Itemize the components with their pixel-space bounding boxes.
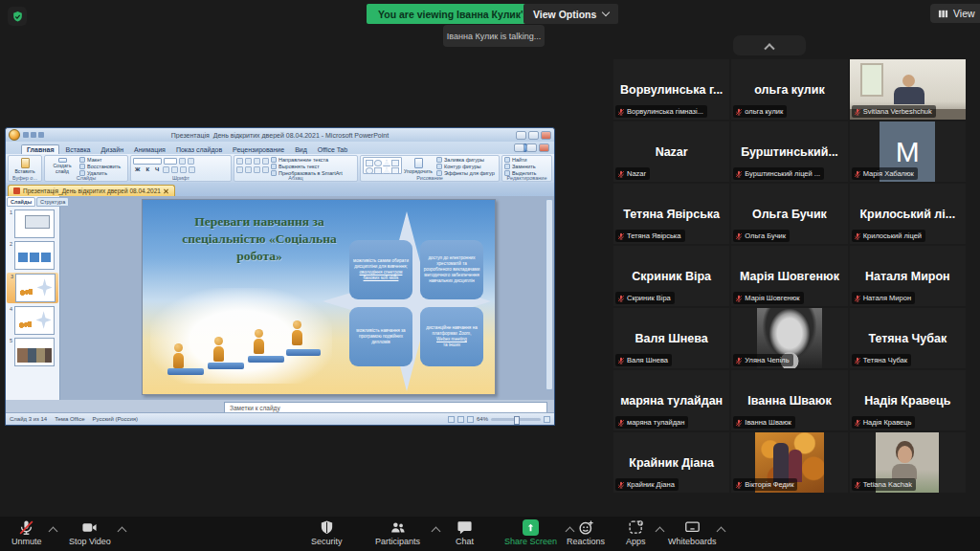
stop-video-button[interactable]: Stop Video [69,519,111,546]
participant-tile[interactable]: маряна тулайданмаряна тулайдан [613,370,729,430]
indent-decrease-icon[interactable] [254,158,260,165]
tab-view[interactable]: Вид [290,145,312,154]
maximize-button[interactable] [528,131,539,140]
office-button[interactable] [9,129,20,141]
gallery-collapse-button[interactable] [733,35,806,55]
font-size-combo[interactable] [164,158,177,165]
participant-tile[interactable]: MМарія Хабалюк [850,121,966,182]
zoom-slider[interactable] [491,418,541,421]
participant-tile[interactable]: Svitlana Verbeshchuk [850,59,966,120]
slide-thumbnail-5[interactable]: 5 [7,338,58,366]
slide-thumbnail-1[interactable]: 1 [7,209,58,238]
shape-outline-button[interactable]: Контур фигуры [436,164,495,169]
quick-access-toolbar[interactable] [23,132,44,138]
participant-tile[interactable]: Тетяна ЧубакТетяна Чубак [850,308,966,368]
participant-tile[interactable]: Тетяна ЯвірськаТетяна Явірська [613,184,729,244]
undo-icon[interactable] [31,132,36,138]
normal-view-icon[interactable] [448,416,455,423]
security-button[interactable]: Security [311,519,343,546]
tab-home[interactable]: Главная [21,144,59,154]
align-center-icon[interactable] [245,166,252,173]
close-button[interactable] [541,131,551,140]
paste-button[interactable]: Вставить [11,157,39,175]
bullets-icon[interactable] [236,158,243,165]
participant-tile[interactable]: Іванна ШваюкІванна Шваюк [731,370,847,430]
current-slide[interactable]: Переваги навчання за спеціальністю «Соці… [142,199,496,395]
slide-thumbnail-3-selected[interactable]: 3 [7,273,58,303]
participant-tile[interactable]: Скриник ВіраСкриник Віра [613,246,729,306]
shadow-icon[interactable] [171,166,178,173]
reactions-button[interactable]: Reactions [567,519,605,546]
panel-tab-slides[interactable]: Слайды [7,197,35,207]
underline-button[interactable]: Ч [153,165,161,173]
justify-icon[interactable] [262,166,269,173]
font-name-combo[interactable] [133,158,162,165]
participant-tile[interactable]: Крайник ДіанаКрайник Діана [613,432,729,493]
participant-tile[interactable]: Вікторія Федик [731,432,847,493]
text-direction-button[interactable]: Направление текста [271,157,343,163]
share-screen-button[interactable]: Share Screen [504,519,557,546]
participant-tile[interactable]: Марія ШовгенюкМарія Шовгенюк [731,246,847,306]
participant-tile[interactable]: NazarNazar [613,121,729,182]
fit-to-window-icon[interactable] [544,416,550,423]
document-file-tab[interactable]: Презентація_День відкритих дверей 08.04.… [8,185,175,196]
align-left-icon[interactable] [236,166,243,173]
whiteboards-chevron[interactable] [718,526,724,533]
participant-tile[interactable]: Надія КравецьНадія Кравець [850,370,966,430]
numbering-icon[interactable] [245,158,252,165]
minimize-button[interactable] [516,131,526,140]
tab-slideshow[interactable]: Показ слайдов [171,145,227,154]
participant-tile[interactable]: Крилоський лі...Крилоський ліцей [850,184,966,244]
save-icon[interactable] [23,132,29,138]
reset-button[interactable]: Восстановить [79,164,121,169]
tab-animations[interactable]: Анимация [129,145,170,154]
shape-fill-button[interactable]: Заливка фигуры [436,157,495,163]
tab-insert[interactable]: Вставка [60,145,95,154]
tab-office-tab[interactable]: Office Tab [313,145,352,154]
find-button[interactable]: Найти [504,157,549,163]
encryption-badge[interactable] [8,7,27,26]
participant-tile[interactable]: Ольга БучикОльга Бучик [731,184,847,244]
tab-design[interactable]: Дизайн [97,145,129,154]
restore-button[interactable] [526,143,537,152]
participant-tile[interactable]: Валя ШневаВаля Шнева [613,308,729,368]
slide-scrollbar[interactable] [546,199,553,390]
shrink-font-icon[interactable] [188,158,194,165]
whiteboards-button[interactable]: Whiteboards [668,519,717,546]
participant-tile[interactable]: Наталя МиронНаталя Мирон [850,246,966,306]
participants-chevron[interactable] [433,526,439,533]
shapes-gallery[interactable] [363,157,402,174]
grow-font-icon[interactable] [179,158,186,165]
layout-button[interactable]: Макет [79,157,121,163]
audio-options-chevron[interactable] [50,526,56,533]
slide-thumbnail-2[interactable]: 2 [7,241,58,270]
italic-button[interactable]: К [144,165,151,173]
strikethrough-icon[interactable] [163,166,169,173]
slideshow-view-icon[interactable] [467,416,474,423]
participant-tile[interactable]: ольга куликольга кулик [731,59,847,120]
close-tab-icon[interactable] [164,188,169,194]
tab-review[interactable]: Рецензирование [228,145,289,154]
view-options-button[interactable]: View Options [523,4,618,24]
language-indicator[interactable]: Русский (Россия) [93,416,139,422]
arrange-button[interactable]: Упорядочить [402,157,434,174]
participant-tile[interactable]: Бурштинський...Бурштинський ліцей ... [731,121,847,182]
powerpoint-title-bar[interactable]: Презентація_День відкритих дверей 08.04.… [6,128,554,142]
slide-sorter-icon[interactable] [457,416,464,423]
close-button[interactable] [539,143,549,152]
participants-button[interactable]: Participants [375,519,420,546]
participant-tile[interactable]: Tetiana Kachak [850,432,966,493]
view-layout-button[interactable]: View [930,4,980,23]
bold-button[interactable]: Ж [133,165,142,173]
video-options-chevron[interactable] [119,526,125,533]
minimize-button[interactable] [514,143,524,152]
align-right-icon[interactable] [254,166,260,173]
slide-canvas[interactable]: Переваги навчання за спеціальністю «Соці… [60,196,554,400]
unmute-button[interactable]: Unmute [11,519,42,546]
apps-button[interactable]: Apps [626,519,646,546]
chat-button[interactable]: Chat [456,519,474,546]
participant-tile[interactable]: Ворвулинська г...Ворвулинська гімназі... [613,59,729,120]
apps-chevron[interactable] [657,526,663,533]
participant-tile[interactable]: Уляна Чепіль [731,308,847,368]
indent-increase-icon[interactable] [262,158,269,165]
